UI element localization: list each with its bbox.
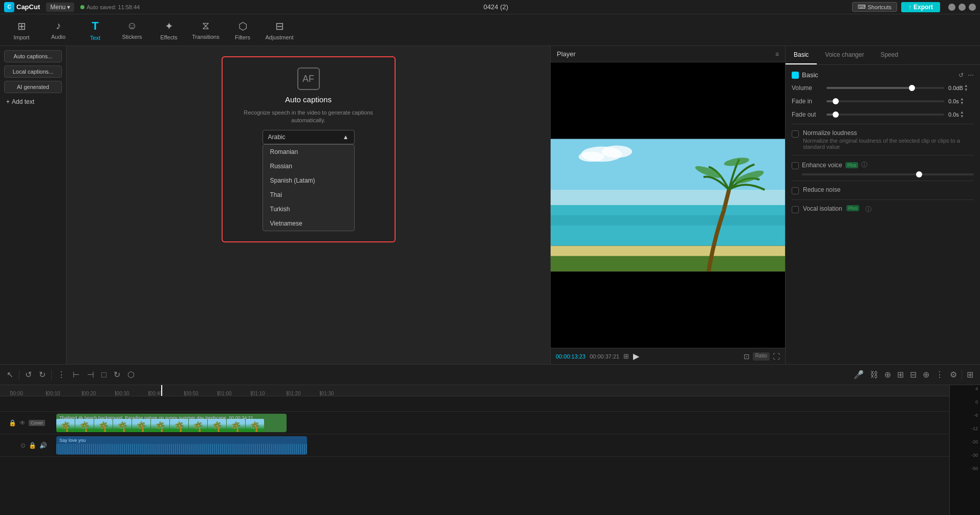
export-icon: ↑ xyxy=(908,4,911,11)
ruler-mark-6: |01:00 xyxy=(217,391,232,396)
language-dropdown-list[interactable]: Romanian Russian Spanish (Latam) Thai Tu… xyxy=(263,144,355,231)
palm-icon-3: 🌴 xyxy=(98,421,109,432)
tl-undo-btn[interactable]: ↺ xyxy=(24,368,33,381)
tl-copy-icon[interactable]: ⊞ xyxy=(896,368,905,381)
normalize-checkbox[interactable] xyxy=(792,130,799,138)
language-option-russian[interactable]: Russian xyxy=(263,159,354,173)
tool-transitions[interactable]: ⧖ Transitions xyxy=(188,16,223,44)
tl-mic-icon[interactable]: 🎤 xyxy=(852,368,865,381)
svg-rect-5 xyxy=(551,256,785,272)
fade-out-down-btn[interactable]: ▼ xyxy=(960,115,964,119)
language-option-romanian[interactable]: Romanian xyxy=(263,145,354,159)
player-video xyxy=(551,62,785,348)
tl-link-icon[interactable]: ⛓ xyxy=(868,369,880,381)
tab-speed[interactable]: Speed xyxy=(872,46,906,64)
options-icon[interactable]: ⋯ xyxy=(968,72,974,79)
language-option-vietnamese[interactable]: Vietnamese xyxy=(263,216,354,231)
tl-zoom-icon[interactable]: ⊞ xyxy=(965,368,975,381)
tl-sep-right xyxy=(962,370,962,380)
fade-out-slider[interactable] xyxy=(826,114,944,116)
reduce-noise-checkbox[interactable] xyxy=(792,187,799,194)
fade-in-down-btn[interactable]: ▼ xyxy=(960,101,964,105)
meter-label--30: -30 xyxy=(971,453,978,458)
language-option-spanish-latam[interactable]: Spanish (Latam) xyxy=(263,173,354,188)
maximize-button[interactable] xyxy=(959,4,966,11)
tool-stickers[interactable]: ☺ Stickers xyxy=(115,16,149,44)
audio-clip[interactable]: Say love you xyxy=(56,436,307,455)
fade-in-slider[interactable] xyxy=(826,100,944,102)
ai-generated-button[interactable]: AI generated xyxy=(4,81,62,93)
export-button[interactable]: ↑ Export xyxy=(901,2,940,12)
tool-import[interactable]: ⊞ Import xyxy=(4,16,39,44)
fade-in-value-text: 0.0s xyxy=(948,98,959,104)
tl-split-icon[interactable]: ⊟ xyxy=(908,368,918,381)
video-track-label: 🔒 👁 Cover xyxy=(0,419,51,427)
tl-more-icon[interactable]: ⋮ xyxy=(934,368,945,381)
fade-out-stepper[interactable]: ▲ ▼ xyxy=(960,110,964,119)
add-text-button[interactable]: + Add text xyxy=(4,96,62,107)
vocal-isolation-label: Vocal isolation xyxy=(803,205,842,212)
language-option-turkish[interactable]: Turkish xyxy=(263,202,354,216)
player-header: Player ≡ xyxy=(551,46,785,62)
tab-voice-changer[interactable]: Voice changer xyxy=(817,46,872,64)
tl-split2-btn[interactable]: ⊢ xyxy=(71,368,81,381)
player-title: Player xyxy=(557,50,576,58)
tool-text[interactable]: T Text xyxy=(78,16,113,44)
track-visibility-icon[interactable]: 👁 xyxy=(19,419,26,427)
enhance-voice-checkbox[interactable] xyxy=(792,162,799,169)
language-option-thai[interactable]: Thai xyxy=(263,188,354,202)
video-clip-label: Thailand 4k beach background. Paradise n… xyxy=(59,415,253,420)
audio-track-icon[interactable]: ⊙ xyxy=(20,442,26,449)
player-menu-icon[interactable]: ≡ xyxy=(775,51,779,58)
tl-redo-btn[interactable]: ↻ xyxy=(37,368,47,381)
auto-captions-button[interactable]: Auto captions... xyxy=(4,50,62,62)
tl-split3-btn[interactable]: ⊣ xyxy=(85,368,96,381)
tl-rotate-btn[interactable]: ↻ xyxy=(112,368,122,381)
meter-label--12: -12 xyxy=(971,426,978,431)
fade-in-stepper[interactable]: ▲ ▼ xyxy=(960,97,964,105)
tl-cursor-tool[interactable]: ↖ xyxy=(5,368,15,381)
minimize-button[interactable] xyxy=(948,4,955,11)
tool-audio[interactable]: ♪ Audio xyxy=(41,16,76,44)
fullscreen-icon[interactable]: ⛶ xyxy=(773,352,780,361)
fade-in-fill xyxy=(826,100,833,102)
tl-crop-btn[interactable]: ⬡ xyxy=(126,368,136,381)
vocal-isolation-checkbox[interactable] xyxy=(792,206,799,213)
language-select-button[interactable]: Arabic ▲ xyxy=(263,130,355,144)
vocal-isolation-info-icon[interactable]: ⓘ xyxy=(865,205,872,214)
volume-slider[interactable] xyxy=(826,87,944,89)
track-lock-icon[interactable]: 🔒 xyxy=(9,419,16,427)
shortcuts-button[interactable]: ⌨ Shortcuts xyxy=(852,2,897,12)
language-selector[interactable]: Arabic ▲ Romanian Russian Spanish (Latam… xyxy=(263,130,355,231)
fade-in-thumb[interactable] xyxy=(833,98,839,104)
enhance-voice-slider[interactable] xyxy=(802,173,974,175)
tab-basic[interactable]: Basic xyxy=(786,46,817,64)
enhance-slider-thumb[interactable] xyxy=(916,171,922,177)
tl-chain-icon[interactable]: ⊕ xyxy=(883,368,892,381)
tl-delete-btn[interactable]: □ xyxy=(100,369,108,381)
local-captions-button[interactable]: Local captions... xyxy=(4,65,62,78)
enhance-voice-info-icon[interactable]: ⓘ xyxy=(861,161,867,169)
video-clip[interactable]: Thailand 4k beach background. Paradise n… xyxy=(56,414,287,432)
volume-slider-thumb[interactable] xyxy=(909,85,915,91)
tl-copy2-icon[interactable]: ⊕ xyxy=(921,368,931,381)
ratio-badge[interactable]: Ratio xyxy=(753,352,770,361)
reset-icon[interactable]: ↺ xyxy=(959,72,964,79)
tl-split-btn[interactable]: ⋮ xyxy=(56,368,67,381)
close-button[interactable] xyxy=(969,4,976,11)
tl-settings-icon[interactable]: ⚙ xyxy=(948,368,959,381)
thumb-5: 🌴 xyxy=(132,419,150,432)
audio-lock-icon[interactable]: 🔒 xyxy=(29,442,36,449)
tool-effects[interactable]: ✦ Effects xyxy=(151,16,186,44)
tool-filters[interactable]: ⬡ Filters xyxy=(225,16,260,44)
fade-out-thumb[interactable] xyxy=(833,111,839,118)
basic-check-icon xyxy=(792,72,799,79)
volume-down-btn[interactable]: ▼ xyxy=(964,88,968,92)
main-toolbar: ⊞ Import ♪ Audio T Text ☺ Stickers ✦ Eff… xyxy=(0,14,980,46)
audio-volume-icon[interactable]: 🔊 xyxy=(39,442,47,449)
menu-button[interactable]: Menu ▾ xyxy=(46,3,74,12)
tool-adjustment[interactable]: ⊟ Adjustment xyxy=(262,16,297,44)
play-button[interactable]: ▶ xyxy=(633,351,639,361)
volume-stepper[interactable]: ▲ ▼ xyxy=(964,84,968,92)
crop-icon[interactable]: ⊡ xyxy=(744,352,750,361)
